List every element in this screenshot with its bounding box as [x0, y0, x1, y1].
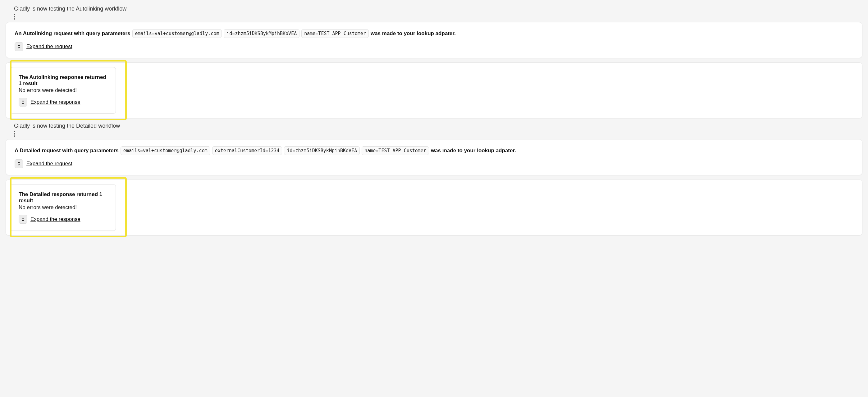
detailed-request-line: A Detailed request with query parameters… [14, 146, 854, 155]
query-chip: externalCustomerId=1234 [212, 146, 282, 155]
autolinking-heading: Gladly is now testing the Autolinking wo… [6, 6, 862, 12]
chevrons-up-down-icon [17, 44, 21, 49]
query-chip: name=TEST APP Customer [301, 29, 369, 38]
autolinking-request-card: An Autolinking request with query parame… [6, 22, 862, 58]
query-chip: id=zhzm5iDKSBykMpihBKoVEA [284, 146, 360, 155]
request-suffix: was made to your lookup adpater. [371, 30, 456, 37]
request-prefix: An Autolinking request with query parame… [14, 30, 130, 37]
expand-response-link[interactable]: Expand the response [30, 216, 81, 222]
response-subtext: No errors were detected! [19, 87, 107, 93]
response-subtext: No errors were detected! [19, 205, 107, 211]
expand-response-button[interactable] [19, 98, 27, 106]
chevrons-up-down-icon [21, 100, 25, 104]
response-title: The Detailed response returned 1 result [19, 191, 107, 204]
detailed-response-card: The Detailed response returned 1 result … [10, 184, 116, 231]
expand-response-button[interactable] [19, 215, 27, 224]
vertical-dots-icon [6, 131, 862, 137]
autolinking-response-card: The Autolinking response returned 1 resu… [10, 67, 116, 114]
detailed-heading: Gladly is now testing the Detailed workf… [6, 123, 862, 129]
autolinking-request-line: An Autolinking request with query parame… [14, 29, 854, 38]
detailed-request-card: A Detailed request with query parameters… [6, 139, 862, 175]
chevrons-up-down-icon [17, 161, 21, 166]
autolinking-response-outer-card: The Autolinking response returned 1 resu… [6, 62, 862, 118]
query-chip: id=zhzm5iDKSBykMpihBKoVEA [224, 29, 300, 38]
query-chip: name=TEST APP Customer [362, 146, 429, 155]
expand-request-link[interactable]: Expand the request [26, 161, 72, 167]
request-prefix: A Detailed request with query parameters [14, 148, 119, 154]
vertical-dots-icon [6, 14, 862, 20]
expand-request-button[interactable] [14, 42, 23, 51]
detailed-response-outer-card: The Detailed response returned 1 result … [6, 180, 862, 236]
response-title: The Autolinking response returned 1 resu… [19, 74, 107, 87]
chevrons-up-down-icon [21, 217, 25, 221]
request-suffix: was made to your lookup adpater. [431, 148, 516, 154]
expand-response-link[interactable]: Expand the response [30, 99, 81, 105]
expand-request-link[interactable]: Expand the request [26, 43, 72, 50]
query-chip: emails=val+customer@gladly.com [132, 29, 222, 38]
expand-request-button[interactable] [14, 159, 23, 168]
query-chip: emails=val+customer@gladly.com [121, 146, 210, 155]
